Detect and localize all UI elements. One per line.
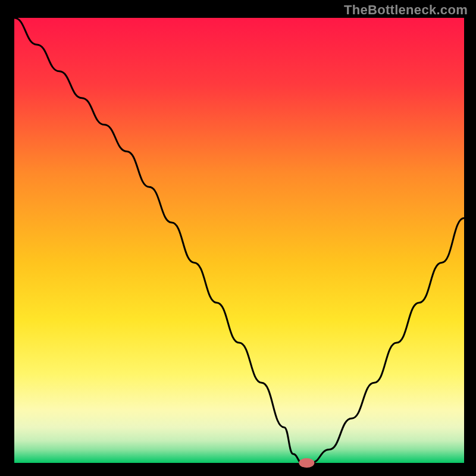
watermark-text: TheBottleneck.com [344, 2, 468, 18]
bottleneck-chart [0, 0, 476, 476]
optimum-marker [299, 458, 314, 468]
chart-container: TheBottleneck.com [0, 0, 476, 476]
plot-background [14, 18, 464, 463]
